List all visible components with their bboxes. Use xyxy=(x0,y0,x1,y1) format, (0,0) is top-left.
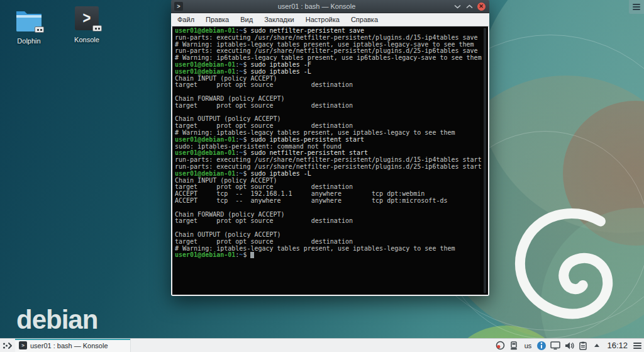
terminal-line: user01@debian-01:~$ xyxy=(175,252,488,259)
display-icon[interactable] xyxy=(550,341,560,351)
close-button[interactable]: ✕ xyxy=(476,1,486,11)
konsole-window-icon: > xyxy=(174,2,183,11)
desktop-icon-konsole[interactable]: > Konsole xyxy=(63,6,111,43)
device-notifier-icon[interactable] xyxy=(509,341,519,351)
taskbar-task-konsole[interactable]: > user01 : bash — Konsole xyxy=(15,339,131,352)
system-tray: us 16:12 xyxy=(495,339,644,352)
desktop-icon-label: Konsole xyxy=(63,36,111,43)
window-titlebar[interactable]: > user01 : bash — Konsole ✕ xyxy=(171,0,489,13)
debian-wordmark: debian xyxy=(16,305,97,335)
menu-item-3[interactable]: Закладки xyxy=(264,16,294,23)
desktop-icon-dolphin[interactable]: Dolphin xyxy=(5,8,53,45)
caret-up-icon xyxy=(594,344,599,347)
clipboard-icon[interactable] xyxy=(578,341,588,351)
clock[interactable]: 16:12 xyxy=(606,341,629,350)
terminal-cursor xyxy=(250,252,254,258)
keyboard-layout-indicator[interactable]: us xyxy=(523,341,533,351)
konsole-window: > user01 : bash — Konsole ✕ ФайлПравкаВи… xyxy=(171,0,489,296)
desktop: debian Dolphin > Konsole > user01 : bash… xyxy=(0,0,644,352)
menu-item-5[interactable]: Справка xyxy=(351,16,378,23)
terminal-line: target prot opt source destination xyxy=(175,103,488,110)
debian-swirl-logo xyxy=(511,203,629,327)
app-launcher-button[interactable] xyxy=(0,339,15,352)
desktop-icon-label: Dolphin xyxy=(5,37,53,45)
tray-expand-button[interactable] xyxy=(592,341,602,351)
info-icon[interactable] xyxy=(536,341,547,351)
minimize-button[interactable] xyxy=(452,1,462,11)
menu-item-0[interactable]: Файл xyxy=(177,16,194,23)
desktop-toolbox-button[interactable] xyxy=(629,0,644,14)
menu-item-2[interactable]: Вид xyxy=(240,16,253,23)
hamburger-icon xyxy=(633,3,640,11)
volume-icon[interactable] xyxy=(564,341,574,351)
terminal-line: target prot opt source destination xyxy=(175,82,488,89)
shortcut-emblem-icon xyxy=(35,26,44,33)
terminal-line: target prot opt source destination xyxy=(175,218,488,225)
menu-bar: ФайлПравкаВидЗакладкиНастройкаСправка xyxy=(171,13,489,26)
terminal-line: ACCEPT tcp -- anywhere anywhere tcp dpt:… xyxy=(175,198,488,205)
close-icon: ✕ xyxy=(477,3,486,11)
menu-item-4[interactable]: Настройка xyxy=(306,16,340,23)
terminal-frame: user01@debian-01:~$ sudo netfilter-persi… xyxy=(171,26,489,296)
hamburger-icon xyxy=(633,341,641,350)
terminal-scrollbar[interactable] xyxy=(484,28,486,293)
panel-menu-button[interactable] xyxy=(633,341,641,351)
shortcut-emblem-icon xyxy=(92,25,102,31)
konsole-task-icon: > xyxy=(19,341,27,349)
folder-icon xyxy=(15,8,43,33)
app-launcher-icon xyxy=(3,341,13,350)
terminal-icon: > xyxy=(73,6,101,31)
taskbar: > user01 : bash — Konsole us xyxy=(0,338,644,352)
terminal-body[interactable]: user01@debian-01:~$ sudo netfilter-persi… xyxy=(172,26,488,295)
task-label: user01 : bash — Konsole xyxy=(30,342,108,349)
maximize-button[interactable] xyxy=(464,1,474,11)
menu-item-1[interactable]: Правка xyxy=(206,16,229,23)
media-status-icon[interactable] xyxy=(495,341,505,351)
window-title: user01 : bash — Konsole xyxy=(183,3,450,10)
